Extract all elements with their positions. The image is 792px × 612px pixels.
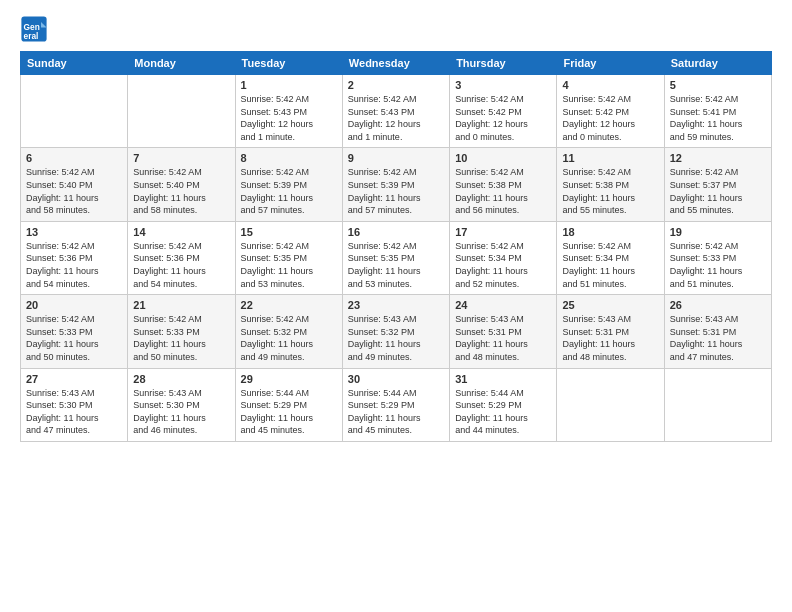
day-cell: 10Sunrise: 5:42 AM Sunset: 5:38 PM Dayli… bbox=[450, 148, 557, 221]
day-cell: 15Sunrise: 5:42 AM Sunset: 5:35 PM Dayli… bbox=[235, 221, 342, 294]
weekday-sunday: Sunday bbox=[21, 52, 128, 75]
day-cell: 22Sunrise: 5:42 AM Sunset: 5:32 PM Dayli… bbox=[235, 295, 342, 368]
day-number: 15 bbox=[241, 226, 337, 238]
week-row-0: 1Sunrise: 5:42 AM Sunset: 5:43 PM Daylig… bbox=[21, 75, 772, 148]
day-number: 9 bbox=[348, 152, 444, 164]
day-info: Sunrise: 5:42 AM Sunset: 5:33 PM Dayligh… bbox=[133, 313, 229, 363]
day-info: Sunrise: 5:42 AM Sunset: 5:37 PM Dayligh… bbox=[670, 166, 766, 216]
day-info: Sunrise: 5:42 AM Sunset: 5:34 PM Dayligh… bbox=[562, 240, 658, 290]
day-number: 10 bbox=[455, 152, 551, 164]
day-info: Sunrise: 5:42 AM Sunset: 5:42 PM Dayligh… bbox=[562, 93, 658, 143]
day-cell: 11Sunrise: 5:42 AM Sunset: 5:38 PM Dayli… bbox=[557, 148, 664, 221]
day-info: Sunrise: 5:42 AM Sunset: 5:41 PM Dayligh… bbox=[670, 93, 766, 143]
weekday-monday: Monday bbox=[128, 52, 235, 75]
day-info: Sunrise: 5:42 AM Sunset: 5:32 PM Dayligh… bbox=[241, 313, 337, 363]
day-number: 1 bbox=[241, 79, 337, 91]
day-cell: 24Sunrise: 5:43 AM Sunset: 5:31 PM Dayli… bbox=[450, 295, 557, 368]
day-cell: 26Sunrise: 5:43 AM Sunset: 5:31 PM Dayli… bbox=[664, 295, 771, 368]
logo: Gen eral bbox=[20, 15, 52, 43]
page-container: Gen eral SundayMondayTuesdayWednesdayThu… bbox=[0, 0, 792, 452]
day-cell: 4Sunrise: 5:42 AM Sunset: 5:42 PM Daylig… bbox=[557, 75, 664, 148]
day-info: Sunrise: 5:43 AM Sunset: 5:31 PM Dayligh… bbox=[455, 313, 551, 363]
day-info: Sunrise: 5:42 AM Sunset: 5:39 PM Dayligh… bbox=[348, 166, 444, 216]
day-cell: 13Sunrise: 5:42 AM Sunset: 5:36 PM Dayli… bbox=[21, 221, 128, 294]
day-number: 3 bbox=[455, 79, 551, 91]
day-cell: 18Sunrise: 5:42 AM Sunset: 5:34 PM Dayli… bbox=[557, 221, 664, 294]
weekday-thursday: Thursday bbox=[450, 52, 557, 75]
day-cell: 28Sunrise: 5:43 AM Sunset: 5:30 PM Dayli… bbox=[128, 368, 235, 441]
day-info: Sunrise: 5:42 AM Sunset: 5:38 PM Dayligh… bbox=[562, 166, 658, 216]
day-cell: 3Sunrise: 5:42 AM Sunset: 5:42 PM Daylig… bbox=[450, 75, 557, 148]
day-info: Sunrise: 5:42 AM Sunset: 5:39 PM Dayligh… bbox=[241, 166, 337, 216]
day-number: 27 bbox=[26, 373, 122, 385]
day-number: 30 bbox=[348, 373, 444, 385]
day-number: 22 bbox=[241, 299, 337, 311]
day-info: Sunrise: 5:42 AM Sunset: 5:36 PM Dayligh… bbox=[133, 240, 229, 290]
day-number: 18 bbox=[562, 226, 658, 238]
day-info: Sunrise: 5:44 AM Sunset: 5:29 PM Dayligh… bbox=[241, 387, 337, 437]
week-row-2: 13Sunrise: 5:42 AM Sunset: 5:36 PM Dayli… bbox=[21, 221, 772, 294]
day-info: Sunrise: 5:42 AM Sunset: 5:43 PM Dayligh… bbox=[348, 93, 444, 143]
day-cell bbox=[557, 368, 664, 441]
day-info: Sunrise: 5:42 AM Sunset: 5:35 PM Dayligh… bbox=[348, 240, 444, 290]
day-number: 19 bbox=[670, 226, 766, 238]
day-cell: 14Sunrise: 5:42 AM Sunset: 5:36 PM Dayli… bbox=[128, 221, 235, 294]
day-number: 14 bbox=[133, 226, 229, 238]
day-number: 7 bbox=[133, 152, 229, 164]
day-cell: 9Sunrise: 5:42 AM Sunset: 5:39 PM Daylig… bbox=[342, 148, 449, 221]
day-cell: 29Sunrise: 5:44 AM Sunset: 5:29 PM Dayli… bbox=[235, 368, 342, 441]
day-cell: 8Sunrise: 5:42 AM Sunset: 5:39 PM Daylig… bbox=[235, 148, 342, 221]
day-number: 31 bbox=[455, 373, 551, 385]
day-number: 13 bbox=[26, 226, 122, 238]
day-cell: 30Sunrise: 5:44 AM Sunset: 5:29 PM Dayli… bbox=[342, 368, 449, 441]
day-number: 20 bbox=[26, 299, 122, 311]
day-info: Sunrise: 5:44 AM Sunset: 5:29 PM Dayligh… bbox=[348, 387, 444, 437]
day-info: Sunrise: 5:43 AM Sunset: 5:31 PM Dayligh… bbox=[670, 313, 766, 363]
weekday-saturday: Saturday bbox=[664, 52, 771, 75]
day-info: Sunrise: 5:42 AM Sunset: 5:36 PM Dayligh… bbox=[26, 240, 122, 290]
week-row-1: 6Sunrise: 5:42 AM Sunset: 5:40 PM Daylig… bbox=[21, 148, 772, 221]
day-cell bbox=[21, 75, 128, 148]
day-number: 25 bbox=[562, 299, 658, 311]
logo-icon: Gen eral bbox=[20, 15, 48, 43]
calendar-table: SundayMondayTuesdayWednesdayThursdayFrid… bbox=[20, 51, 772, 442]
week-row-3: 20Sunrise: 5:42 AM Sunset: 5:33 PM Dayli… bbox=[21, 295, 772, 368]
day-number: 8 bbox=[241, 152, 337, 164]
day-cell: 31Sunrise: 5:44 AM Sunset: 5:29 PM Dayli… bbox=[450, 368, 557, 441]
day-info: Sunrise: 5:42 AM Sunset: 5:33 PM Dayligh… bbox=[670, 240, 766, 290]
day-number: 24 bbox=[455, 299, 551, 311]
day-info: Sunrise: 5:42 AM Sunset: 5:33 PM Dayligh… bbox=[26, 313, 122, 363]
day-info: Sunrise: 5:43 AM Sunset: 5:30 PM Dayligh… bbox=[133, 387, 229, 437]
weekday-header-row: SundayMondayTuesdayWednesdayThursdayFrid… bbox=[21, 52, 772, 75]
day-info: Sunrise: 5:44 AM Sunset: 5:29 PM Dayligh… bbox=[455, 387, 551, 437]
day-info: Sunrise: 5:43 AM Sunset: 5:31 PM Dayligh… bbox=[562, 313, 658, 363]
day-cell: 17Sunrise: 5:42 AM Sunset: 5:34 PM Dayli… bbox=[450, 221, 557, 294]
day-number: 11 bbox=[562, 152, 658, 164]
day-cell: 23Sunrise: 5:43 AM Sunset: 5:32 PM Dayli… bbox=[342, 295, 449, 368]
day-number: 21 bbox=[133, 299, 229, 311]
weekday-wednesday: Wednesday bbox=[342, 52, 449, 75]
day-cell: 19Sunrise: 5:42 AM Sunset: 5:33 PM Dayli… bbox=[664, 221, 771, 294]
day-number: 5 bbox=[670, 79, 766, 91]
day-info: Sunrise: 5:42 AM Sunset: 5:43 PM Dayligh… bbox=[241, 93, 337, 143]
day-cell bbox=[128, 75, 235, 148]
day-cell: 7Sunrise: 5:42 AM Sunset: 5:40 PM Daylig… bbox=[128, 148, 235, 221]
day-cell: 1Sunrise: 5:42 AM Sunset: 5:43 PM Daylig… bbox=[235, 75, 342, 148]
day-cell: 12Sunrise: 5:42 AM Sunset: 5:37 PM Dayli… bbox=[664, 148, 771, 221]
day-number: 23 bbox=[348, 299, 444, 311]
day-cell: 6Sunrise: 5:42 AM Sunset: 5:40 PM Daylig… bbox=[21, 148, 128, 221]
day-number: 16 bbox=[348, 226, 444, 238]
day-cell: 27Sunrise: 5:43 AM Sunset: 5:30 PM Dayli… bbox=[21, 368, 128, 441]
day-info: Sunrise: 5:42 AM Sunset: 5:38 PM Dayligh… bbox=[455, 166, 551, 216]
day-cell: 20Sunrise: 5:42 AM Sunset: 5:33 PM Dayli… bbox=[21, 295, 128, 368]
day-number: 12 bbox=[670, 152, 766, 164]
week-row-4: 27Sunrise: 5:43 AM Sunset: 5:30 PM Dayli… bbox=[21, 368, 772, 441]
day-cell: 2Sunrise: 5:42 AM Sunset: 5:43 PM Daylig… bbox=[342, 75, 449, 148]
day-info: Sunrise: 5:42 AM Sunset: 5:40 PM Dayligh… bbox=[133, 166, 229, 216]
day-cell bbox=[664, 368, 771, 441]
day-number: 4 bbox=[562, 79, 658, 91]
day-cell: 16Sunrise: 5:42 AM Sunset: 5:35 PM Dayli… bbox=[342, 221, 449, 294]
day-number: 17 bbox=[455, 226, 551, 238]
day-cell: 21Sunrise: 5:42 AM Sunset: 5:33 PM Dayli… bbox=[128, 295, 235, 368]
day-number: 28 bbox=[133, 373, 229, 385]
